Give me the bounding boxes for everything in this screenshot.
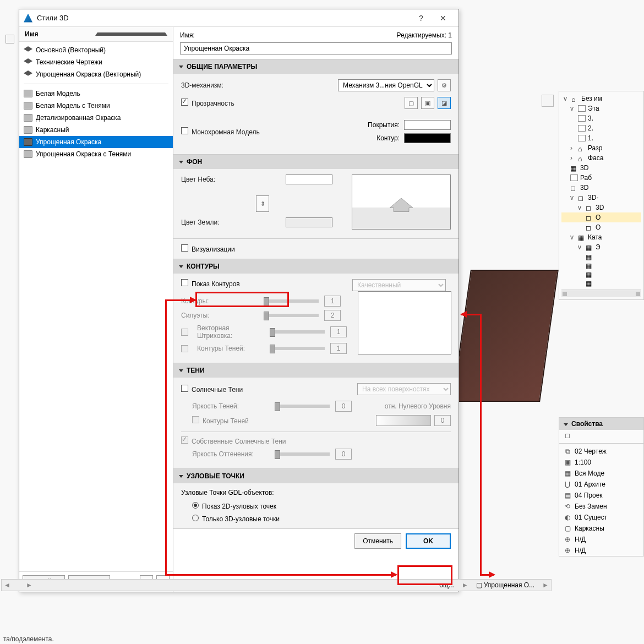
list-item[interactable]: Белая Модель (19, 88, 173, 100)
nav-item[interactable] (561, 270, 641, 279)
transparency-mode-3-icon[interactable]: ◪ (438, 97, 451, 109)
radio-2d[interactable] (192, 502, 199, 509)
shadow-brightness-slider (275, 405, 330, 408)
section-contours-header[interactable]: КОНТУРЫ (173, 259, 459, 274)
ground-swatch[interactable] (286, 217, 332, 227)
nav-item[interactable]: vЭта (561, 103, 641, 113)
nav-item[interactable]: Раб (561, 173, 641, 183)
list-item[interactable]: Основной (Векторный) (19, 44, 173, 56)
nav-item[interactable] (561, 279, 641, 287)
navigator-view-icon[interactable] (542, 95, 554, 107)
shadow-contour-slider (270, 347, 325, 350)
tool-icon[interactable] (6, 35, 14, 43)
cancel-button[interactable]: Отменить (354, 533, 401, 549)
list-item[interactable]: Упрощенная Окраска (Векторный) (19, 68, 173, 80)
sky-swatch[interactable] (286, 174, 332, 184)
contours-value[interactable]: 1 (324, 296, 341, 307)
nav-item[interactable]: 3D (561, 183, 641, 193)
nav-item[interactable]: 1. (561, 133, 641, 143)
scrollbar-h[interactable] (561, 290, 641, 297)
name-input[interactable] (180, 42, 452, 54)
transparency-mode-1-icon[interactable]: ▢ (405, 97, 418, 109)
props-item[interactable]: ⊕Н/Д (559, 545, 643, 556)
chevron-down-icon (179, 66, 183, 68)
tab[interactable]: ▢ Упрощенная О... (472, 580, 539, 590)
transparency-checkbox[interactable] (181, 99, 188, 106)
list-item-selected[interactable]: Упрощенная Окраска (19, 136, 173, 148)
list-separator (24, 84, 168, 84)
sun-shadow-checkbox[interactable] (181, 385, 188, 392)
nav-item[interactable] (561, 261, 641, 270)
tab-prev-icon[interactable]: ◄ (4, 581, 10, 589)
coating-label: Покрытия: (368, 121, 400, 129)
nav-item[interactable]: 3D (561, 163, 641, 173)
show-contours-checkbox[interactable] (181, 279, 188, 286)
props-item[interactable]: ▦Вся Моде (559, 468, 643, 479)
tab[interactable] (14, 584, 23, 586)
nav-item[interactable] (561, 252, 641, 261)
background-preview (352, 174, 451, 230)
doc-icon (578, 115, 586, 122)
grid-icon (586, 244, 593, 250)
exist-icon: ◐ (564, 514, 571, 521)
silhouette-slider[interactable] (264, 314, 319, 317)
section-nodes-header[interactable]: УЗЛОВЫЕ ТОЧКИ (173, 469, 459, 483)
props-item[interactable]: ⧉02 Чертеж (559, 446, 643, 457)
coating-swatch[interactable] (404, 120, 451, 130)
contour-swatch[interactable] (404, 133, 451, 143)
gear-icon[interactable]: ⚙ (438, 79, 451, 91)
props-header[interactable]: Свойства (559, 418, 643, 430)
window-title: Стили 3D (37, 14, 410, 22)
list-header[interactable]: Имя (19, 27, 173, 42)
style-icon (24, 114, 32, 122)
props-item[interactable]: ◻ (559, 430, 643, 441)
props-item[interactable]: ▣1:100 (559, 457, 643, 468)
section-shadows-header[interactable]: ТЕНИ (173, 363, 459, 378)
silhouette-value[interactable]: 2 (324, 310, 341, 321)
nav-item[interactable]: ›Фаса (561, 153, 641, 163)
transparency-mode-2-icon[interactable]: ▣ (421, 97, 434, 109)
nav-item[interactable]: ›Разр (561, 143, 641, 153)
ok-button[interactable]: OK (406, 533, 451, 549)
nav-item[interactable]: vЭ (561, 242, 641, 252)
nav-item[interactable]: vКата (561, 232, 641, 242)
close-button[interactable]: ✕ (432, 14, 454, 23)
radio-3d[interactable] (192, 515, 199, 521)
tint-label: Яркость Оттенения: (192, 450, 269, 458)
link-icon[interactable]: ⇕ (256, 195, 269, 212)
contours-slider[interactable] (264, 299, 319, 303)
nav-root[interactable]: vБез им (561, 94, 641, 103)
nav-item[interactable]: 2. (561, 123, 641, 133)
props-item[interactable]: ⊕Н/Д (559, 534, 643, 545)
nav-item[interactable]: v3D- (561, 193, 641, 203)
nav-item[interactable]: 3. (561, 113, 641, 123)
render-checkbox[interactable] (181, 244, 188, 252)
nav-item[interactable]: v3D (561, 203, 641, 212)
props-item[interactable]: ▢Каркасны (559, 523, 643, 534)
own-shadows-label: Собственные Солнечные Тени (181, 438, 286, 445)
cube-icon (586, 224, 593, 231)
list-item[interactable]: Белая Модель с Тенями (19, 100, 173, 112)
vector-hatch-value: 1 (330, 326, 347, 337)
list-item[interactable]: Технические Чертежи (19, 56, 173, 68)
props-item[interactable]: ▤04 Проек (559, 490, 643, 501)
doc-icon (578, 135, 586, 141)
list-item[interactable]: Каркасный (19, 124, 173, 136)
list-item[interactable]: Упрощенная Окраска с Тенями (19, 148, 173, 160)
style-icon (24, 70, 32, 78)
engine-select[interactable]: Механизм 3...ния OpenGL (338, 79, 434, 91)
tab[interactable]: ощ... (435, 580, 459, 590)
list-item[interactable]: Детализированная Окраска (19, 112, 173, 124)
style-icon (24, 150, 32, 158)
props-item[interactable]: ◐01 Сущест (559, 512, 643, 523)
radio-3d-label: Только 3D-узловые точки (202, 515, 280, 523)
nav-item-selected[interactable]: О (561, 212, 641, 222)
props-item[interactable]: ⋃01 Архите (559, 479, 643, 490)
mono-checkbox[interactable] (181, 127, 188, 134)
section-background-header[interactable]: ФОН (173, 155, 459, 169)
props-item[interactable]: ⟲Без Замен (559, 501, 643, 512)
nav-item[interactable]: О (561, 222, 641, 232)
engine-label: 3D-механизм: (181, 81, 280, 89)
help-button[interactable]: ? (410, 14, 432, 23)
section-general-header[interactable]: ОБЩИЕ ПАРАМЕТРЫ (173, 59, 459, 74)
